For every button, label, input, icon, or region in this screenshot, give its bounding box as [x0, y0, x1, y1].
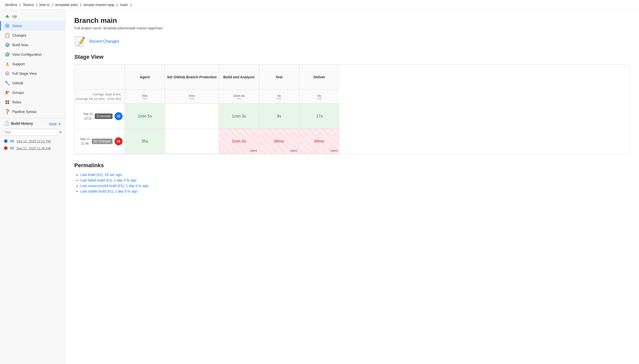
- build-history-trend-link[interactable]: trend: [49, 122, 57, 126]
- build-badge-2[interactable]: #2: [115, 112, 123, 120]
- breadcrumb-template-jobs[interactable]: template-jobs: [55, 3, 78, 7]
- build-num-2[interactable]: #2: [10, 139, 14, 143]
- stage-header-spacer: [75, 65, 125, 90]
- stage-avg-build-analysis-bar: [236, 98, 241, 99]
- sidebar-label-pipeline-syntax: Pipeline Syntax: [12, 110, 37, 114]
- stage-col-set-github: Set GitHub Branch Protection 0ms: [165, 65, 219, 154]
- sidebar-item-build-now[interactable]: ⚙️ Build Now: [0, 40, 65, 50]
- sidebar-item-status[interactable]: Status: [0, 21, 65, 31]
- stage-cell-deliver-1[interactable]: 64ms failed: [299, 129, 340, 154]
- stage-cell-build-analysis-1-val: 1min 4s: [232, 139, 246, 144]
- permalink-link-1[interactable]: Last failed build (#1), 1 day 0 hr ago: [80, 178, 136, 182]
- breadcrumb-bee-ci[interactable]: bee-ci: [39, 3, 50, 7]
- status-icon: [5, 23, 10, 28]
- sidebar-label-groups: Groups: [12, 91, 24, 95]
- build-history-chevron-icon: ▲: [58, 122, 61, 125]
- build-history-search-input[interactable]: [3, 129, 58, 136]
- stage-columns: Agent 50s 1min 5s 35s Set GitHub Branch …: [125, 65, 630, 154]
- sidebar-label-build-now: Build Now: [12, 43, 28, 47]
- stage-cell-test-2[interactable]: 8s: [259, 104, 299, 129]
- stage-avg-test: 4s: [259, 90, 299, 104]
- build-date-col-1: Sep 11 11:46: [80, 137, 90, 146]
- stage-cell-test-1[interactable]: 86ms failed: [259, 129, 299, 154]
- sidebar-item-pipeline-syntax[interactable]: ❓ Pipeline Syntax: [0, 107, 65, 116]
- sidebar-label-roles: Roles: [12, 100, 21, 104]
- stage-avg-set-github: 0ms: [165, 90, 219, 104]
- build-history-clear-button[interactable]: ✕: [59, 130, 62, 134]
- sidebar-label-changes: Changes: [12, 33, 26, 37]
- github-icon: 🔧: [5, 81, 10, 86]
- stage-col-header-set-github: Set GitHub Branch Protection: [165, 65, 219, 90]
- build-item-1[interactable]: #1 Sep 11, 2020 11:46 AM: [0, 145, 65, 152]
- breadcrumb-sep-1: ❯: [19, 3, 21, 7]
- svg-rect-9: [8, 100, 9, 102]
- breadcrumb-sep-2: ❯: [35, 3, 38, 7]
- recent-changes-row: 📝 Recent Changes: [74, 36, 630, 47]
- sidebar-label-support: Support: [12, 62, 25, 66]
- stage-avg-build-analysis-val: 1min 4s: [233, 94, 245, 98]
- stage-cell-deliver-2[interactable]: 17s: [299, 104, 340, 129]
- roles-icon: [5, 100, 10, 105]
- recent-changes-link[interactable]: Recent Changes: [89, 39, 119, 44]
- permalink-link-0[interactable]: Last build (#2), 28 sec ago: [80, 173, 122, 177]
- sidebar-item-github[interactable]: 🔧 GitHub: [0, 78, 65, 88]
- stage-col-deliver: Deliver 8s 17s 64ms failed: [299, 65, 340, 154]
- svg-marker-0: [5, 15, 9, 18]
- stage-avg-agent-val: 50s: [142, 94, 147, 98]
- stage-cell-agent-1[interactable]: 35s: [125, 129, 165, 154]
- stage-avg-set-github-bar: [189, 98, 194, 99]
- build-history-header: 🕐 Build History trend ▲: [0, 118, 65, 128]
- stage-cell-test-1-failed: failed: [290, 149, 297, 152]
- sidebar-item-roles[interactable]: Roles: [0, 97, 65, 107]
- stage-cell-build-analysis-2[interactable]: 1min 3s: [219, 104, 259, 129]
- build-badge-1[interactable]: #1: [115, 137, 123, 145]
- permalinks-list: Last build (#2), 28 sec ago Last failed …: [74, 173, 630, 193]
- breadcrumb-jenkins[interactable]: Jenkins: [5, 3, 17, 7]
- breadcrumb-sep-6: ❯: [130, 3, 132, 7]
- pipeline-syntax-icon: ❓: [5, 109, 10, 114]
- permalink-item-0: Last build (#2), 28 sec ago: [80, 173, 630, 177]
- build-date-col-2: Sep 12 12:21: [83, 112, 93, 121]
- page-title: Branch main: [74, 17, 630, 25]
- stage-cell-deliver-1-val: 64ms: [314, 139, 324, 144]
- build-num-1[interactable]: #1: [10, 146, 14, 150]
- svg-point-2: [7, 25, 8, 26]
- svg-rect-8: [6, 100, 7, 102]
- sidebar-item-up[interactable]: Up: [0, 12, 65, 21]
- sidebar-item-changes[interactable]: 📋 Changes: [0, 31, 65, 40]
- sidebar-item-view-configuration[interactable]: ⚙️ View Configuration: [0, 50, 65, 59]
- build-date-line2-2: 12:21: [84, 117, 92, 120]
- svg-rect-10: [6, 102, 7, 104]
- stage-cell-set-github-1: [165, 129, 219, 154]
- stage-view-title: Stage View: [74, 54, 630, 60]
- breadcrumb-teams[interactable]: Teams: [23, 3, 34, 7]
- build-item-2[interactable]: #2 Sep 12, 2020 12:21 PM: [0, 138, 65, 145]
- permalink-item-1: Last failed build (#1), 1 day 0 hr ago: [80, 178, 630, 182]
- build-row-meta-2: Sep 12 12:21 3 commits #2: [75, 104, 125, 129]
- stage-avg-set-github-val: 0ms: [189, 94, 195, 98]
- permalink-item-3: Last stable build (#1), 1 day 0 hr ago: [80, 189, 630, 193]
- build-commits-badge-2[interactable]: 3 commits: [95, 113, 113, 119]
- breadcrumb-main[interactable]: main: [120, 3, 128, 7]
- full-stage-view-icon: [5, 71, 10, 76]
- stage-avg-agent-bar: [142, 98, 147, 99]
- build-status-dot-2: [4, 139, 8, 143]
- stage-col-header-test: Test: [259, 65, 299, 90]
- build-date-line1-1: Sep 11: [80, 137, 90, 141]
- breadcrumb-simple-maven-app[interactable]: simple-maven-app: [83, 3, 114, 7]
- permalink-link-2[interactable]: Last unsuccessful build (#1), 1 day 0 hr…: [80, 184, 148, 188]
- groups-icon: [5, 90, 10, 95]
- stage-avg-label-text: Average stage times:: [93, 93, 121, 96]
- recent-changes-icon: 📝: [74, 36, 86, 47]
- stage-cell-agent-2[interactable]: 1min 5s: [125, 104, 165, 129]
- sidebar-item-groups[interactable]: Groups: [0, 88, 65, 97]
- changes-icon: 📋: [5, 33, 10, 38]
- stage-avg-agent: 50s: [125, 90, 165, 104]
- stage-cell-build-analysis-1[interactable]: 1min 4s failed: [219, 129, 259, 154]
- sidebar-item-support[interactable]: Support: [0, 59, 65, 69]
- sidebar: Up Status 📋 Changes ⚙️ Build Now ⚙️ View…: [0, 10, 65, 364]
- permalink-link-3[interactable]: Last stable build (#1), 1 day 0 hr ago: [80, 189, 137, 193]
- permalink-item-2: Last unsuccessful build (#1), 1 day 0 hr…: [80, 184, 630, 188]
- content-area: Branch main Full project name: template-…: [65, 10, 639, 364]
- sidebar-item-full-stage-view[interactable]: Full Stage View: [0, 69, 65, 78]
